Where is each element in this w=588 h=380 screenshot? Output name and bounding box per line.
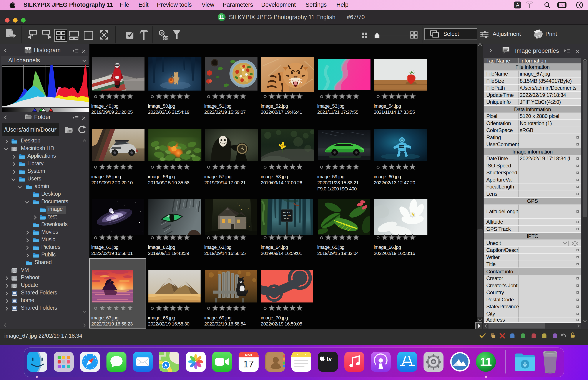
svg-text:TRAIL: TRAIL [284, 217, 290, 220]
svg-text:MAR: MAR [245, 353, 252, 357]
svg-text:11: 11 [480, 356, 492, 368]
svg-text:STAY ON: STAY ON [283, 214, 291, 216]
svg-text:17: 17 [243, 359, 254, 369]
svg-text:tv: tv [327, 356, 332, 362]
svg-text:PLEASE: PLEASE [283, 211, 291, 213]
